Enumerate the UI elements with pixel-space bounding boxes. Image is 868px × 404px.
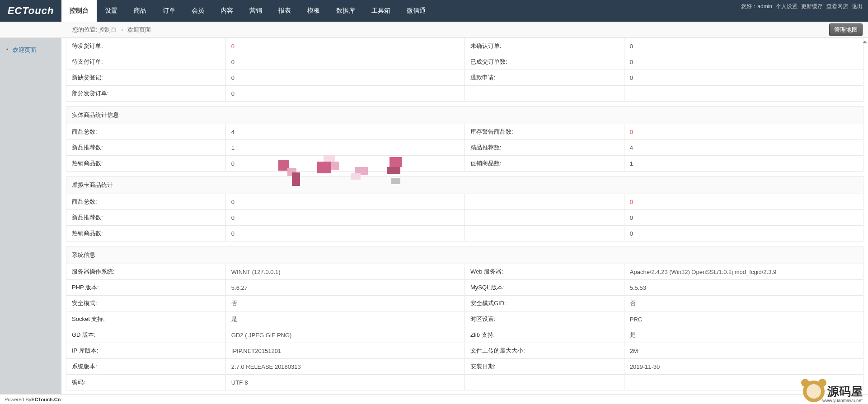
row-value-1: 0	[225, 54, 464, 70]
row-value-1: WINNT (127.0.0.1)	[225, 264, 464, 280]
row-value-2	[624, 375, 863, 390]
row-label-2: 文件上传的最大大小:	[464, 343, 624, 359]
sub-header: 您的位置: 控制台 › 欢迎页面 管理地图	[0, 22, 868, 38]
row-value-1: 0	[225, 86, 464, 102]
row-label-2	[464, 194, 624, 210]
row-label-2: 时区设置:	[464, 311, 624, 327]
top-link-2[interactable]: 查看网店	[826, 3, 848, 10]
scroll-up-icon[interactable]	[863, 41, 867, 43]
row-value-2: PRC	[624, 311, 863, 327]
row-label-1: 商品总数:	[66, 194, 226, 210]
row-value-1: 否	[225, 296, 464, 311]
table-row: 商品总数:00	[66, 194, 863, 210]
table-row: 编码:UTF-8	[66, 375, 863, 390]
row-label-2: Zlib 支持:	[464, 327, 624, 343]
section-title: 系统信息	[66, 246, 863, 264]
nav-tab-7[interactable]: 报表	[270, 0, 299, 22]
row-label-2	[464, 375, 624, 390]
row-label-1: 系统版本:	[66, 359, 226, 375]
nav-tab-6[interactable]: 营销	[241, 0, 270, 22]
row-label-2: 未确认订单:	[464, 38, 624, 54]
nav-tab-4[interactable]: 会员	[183, 0, 212, 22]
logo[interactable]: ECTouch	[0, 0, 61, 22]
row-value-2	[624, 86, 863, 102]
row-label-1: 商品总数:	[66, 124, 226, 140]
row-label-2	[464, 210, 624, 226]
footer: Powered By ECTouch.Cn	[0, 394, 868, 404]
footer-link[interactable]: ECTouch.Cn	[31, 397, 61, 402]
table-row: 新缺货登记:0退款申请:0	[66, 70, 863, 86]
greeting: 您好：admin	[741, 3, 772, 10]
table-row: 热销商品数:0促销商品数:1	[66, 156, 863, 172]
top-link-1[interactable]: 更新缓存	[801, 3, 823, 10]
row-value-2: 否	[624, 296, 863, 311]
top-header: ECTouch 控制台设置商品订单会员内容营销报表模板数据库工具箱微信通 您好：…	[0, 0, 868, 22]
row-value-2: 0	[624, 54, 863, 70]
row-value-2: 0	[624, 124, 863, 140]
row-label-1: 待发货订单:	[66, 38, 226, 54]
nav-tab-5[interactable]: 内容	[212, 0, 241, 22]
table-row: 热销商品数:00	[66, 226, 863, 241]
section-title: 实体商品统计信息	[66, 107, 863, 124]
nav-tab-2[interactable]: 商品	[126, 0, 155, 22]
nav-tab-11[interactable]: 微信通	[399, 0, 434, 22]
table-row: PHP 版本:5.6.27MySQL 版本:5.5.53	[66, 280, 863, 296]
row-label-1: Socket 支持:	[66, 311, 226, 327]
row-label-1: GD 版本:	[66, 327, 226, 343]
nav-tab-1[interactable]: 设置	[97, 0, 126, 22]
breadcrumb-item-0[interactable]: 控制台	[99, 26, 117, 33]
content-area[interactable]: 待发货订单:0未确认订单:0待支付订单:0已成交订单数:0新缺货登记:0退款申请…	[61, 38, 868, 394]
watermark-url: www.yuanmawu.net	[822, 398, 863, 403]
row-value-1: 0	[225, 194, 464, 210]
sidebar: 欢迎页面	[0, 38, 61, 394]
row-value-1: GD2 ( JPEG GIF PNG)	[225, 327, 464, 343]
top-link-0[interactable]: 个人设置	[776, 3, 798, 10]
nav-tabs: 控制台设置商品订单会员内容营销报表模板数据库工具箱微信通	[61, 0, 434, 22]
table-row: IP 库版本:IPIP.NET20151201文件上传的最大大小:2M	[66, 343, 863, 359]
section-title: 虚拟卡商品统计	[66, 176, 863, 194]
table-row: 商品总数:4库存警告商品数:0	[66, 124, 863, 140]
row-label-2: 精品推荐数:	[464, 140, 624, 156]
row-value-2: Apache/2.4.23 (Win32) OpenSSL/1.0.2j mod…	[624, 264, 863, 280]
top-link-3[interactable]: 退出	[852, 3, 863, 10]
row-value-1: 0	[225, 70, 464, 86]
row-label-1: IP 库版本:	[66, 343, 226, 359]
row-value-2: 0	[624, 194, 863, 210]
row-value-1: 0	[225, 156, 464, 172]
row-value-1: 1	[225, 140, 464, 156]
nav-tab-3[interactable]: 订单	[155, 0, 183, 22]
row-label-1: 部分发货订单:	[66, 86, 226, 102]
sysinfo-table: 系统信息服务器操作系统:WINNT (127.0.0.1)Web 服务器:Apa…	[66, 246, 863, 390]
row-label-2: 促销商品数:	[464, 156, 624, 172]
row-label-1: 服务器操作系统:	[66, 264, 226, 280]
breadcrumb: 您的位置: 控制台 › 欢迎页面	[72, 26, 151, 34]
nav-tab-10[interactable]: 工具箱	[363, 0, 399, 22]
breadcrumb-item-1[interactable]: 欢迎页面	[127, 26, 151, 33]
footer-prefix: Powered By	[5, 397, 31, 402]
row-value-1: IPIP.NET20151201	[225, 343, 464, 359]
row-value-2: 2019-11-30	[624, 359, 863, 375]
table-row: GD 版本:GD2 ( JPEG GIF PNG)Zlib 支持:是	[66, 327, 863, 343]
row-value-1: 是	[225, 311, 464, 327]
nav-tab-8[interactable]: 模板	[299, 0, 328, 22]
row-label-1: 编码:	[66, 375, 226, 390]
row-value-2: 0	[624, 226, 863, 241]
row-value-1: 0	[225, 210, 464, 226]
table-row: 待支付订单:0已成交订单数:0	[66, 54, 863, 70]
row-label-2: 安全模式GID:	[464, 296, 624, 311]
admin-map-button[interactable]: 管理地图	[829, 23, 863, 36]
nav-tab-9[interactable]: 数据库	[328, 0, 363, 22]
top-right-links: 您好：admin个人设置更新缓存查看网店退出	[741, 2, 868, 11]
logo-text: ECTouch	[8, 5, 54, 17]
row-label-1: PHP 版本:	[66, 280, 226, 296]
virtual-stats-table: 虚拟卡商品统计商品总数:00新品推荐数:00热销商品数:00	[66, 176, 863, 241]
row-label-1: 热销商品数:	[66, 226, 226, 241]
sidebar-item-welcome[interactable]: 欢迎页面	[0, 42, 61, 58]
row-label-2: 安装日期:	[464, 359, 624, 375]
row-value-2: 0	[624, 210, 863, 226]
row-value-1: 5.6.27	[225, 280, 464, 296]
row-label-1: 新品推荐数:	[66, 140, 226, 156]
row-label-2: 库存警告商品数:	[464, 124, 624, 140]
row-value-2: 1	[624, 156, 863, 172]
nav-tab-0[interactable]: 控制台	[61, 0, 97, 22]
